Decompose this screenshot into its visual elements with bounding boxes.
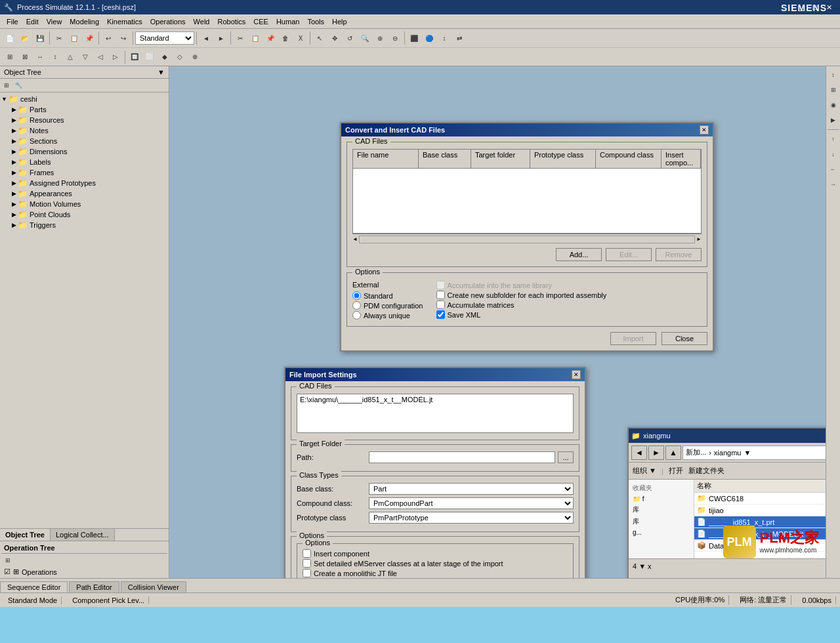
menu-cee[interactable]: CEE: [249, 16, 272, 27]
fb-forward-btn[interactable]: ►: [648, 446, 664, 460]
rtb-btn2[interactable]: ⊞: [826, 83, 841, 97]
tree-tb-btn2[interactable]: 🔧: [13, 80, 24, 91]
fb-back-btn[interactable]: ◄: [631, 446, 647, 460]
op-tree-tb-btn1[interactable]: ⊞: [3, 555, 13, 566]
tree-root[interactable]: ▼ 📁 ceshi: [1, 94, 167, 104]
tab-collision-viewer[interactable]: Collision Viewer: [121, 581, 186, 592]
tree-item-notes[interactable]: ▶ 📁 Notes: [1, 125, 167, 136]
menu-modeling[interactable]: Modeling: [66, 16, 103, 27]
motion-expand[interactable]: ▶: [12, 201, 16, 207]
tb2-btn10[interactable]: ⬜: [142, 50, 157, 64]
menu-weld[interactable]: Weld: [190, 16, 214, 27]
tab-sequence-editor[interactable]: Sequence Editor: [0, 581, 68, 592]
chk-new-subfolder-input[interactable]: [436, 291, 445, 299]
tree-item-labels[interactable]: ▶ 📁 Labels: [1, 157, 167, 167]
tb-btn-c1[interactable]: ⬛: [407, 31, 421, 45]
fis-browse-btn[interactable]: ...: [558, 451, 574, 463]
rtb-btn6[interactable]: ↓: [826, 147, 841, 161]
rtb-btn1[interactable]: ↕: [826, 68, 841, 82]
tb-save[interactable]: 💾: [33, 31, 47, 45]
menu-human[interactable]: Human: [272, 16, 303, 27]
tb2-btn7[interactable]: ◁: [93, 50, 108, 64]
notes-expand[interactable]: ▶: [12, 127, 16, 134]
chk-accumulate-lib-input[interactable]: [436, 281, 445, 289]
radio-standard[interactable]: Standard: [352, 291, 423, 300]
rtb-btn8[interactable]: →: [826, 177, 841, 192]
import-button[interactable]: Import: [610, 332, 656, 345]
radio-unique[interactable]: Always unique: [352, 311, 423, 320]
tb-select[interactable]: ↖: [312, 31, 327, 45]
close-button-cad[interactable]: Close: [662, 332, 707, 345]
tb-zoom-in[interactable]: ⊕: [373, 31, 387, 45]
tb-open[interactable]: 📂: [18, 31, 32, 45]
proto-expand[interactable]: ▶: [12, 180, 16, 186]
tree-item-frames[interactable]: ▶ 📁 Frames: [1, 167, 167, 178]
fb-file-row-cwgc618[interactable]: 📁 CWGC618 2016/10/11 17:17: [694, 493, 826, 505]
tb-undo[interactable]: ↩: [101, 31, 116, 45]
chk-accumulate-matrices-input[interactable]: [436, 301, 445, 309]
edit-button[interactable]: Edit...: [606, 248, 652, 261]
fb-open-btn[interactable]: 打开: [669, 466, 683, 476]
fb-favorite-item-1[interactable]: 📁 f: [631, 494, 691, 504]
fis-compound-select[interactable]: PmCompoundPart: [369, 497, 574, 509]
tb-btn-b1[interactable]: ✂: [233, 31, 247, 45]
menu-help[interactable]: Help: [328, 16, 351, 27]
tb-btn-c3[interactable]: ↕: [437, 31, 452, 45]
labels-expand[interactable]: ▶: [12, 159, 16, 165]
chk-monolithic[interactable]: Create a monolithic JT file: [303, 569, 568, 577]
tb-btn-b5[interactable]: X: [293, 31, 308, 45]
rtb-btn4[interactable]: ▶: [826, 113, 841, 127]
menu-edit[interactable]: Edit: [22, 16, 43, 27]
tb-move[interactable]: ✥: [327, 31, 342, 45]
tree-item-clouds[interactable]: ▶ 📁 Point Clouds: [1, 209, 167, 220]
tb-cut[interactable]: ✂: [52, 31, 66, 45]
tb-btn-b3[interactable]: 📌: [263, 31, 278, 45]
radio-pdm-input[interactable]: [352, 301, 361, 310]
tree-item-sections[interactable]: ▶ 📁 Sections: [1, 136, 167, 146]
tb2-btn13[interactable]: ⊕: [188, 50, 202, 64]
frames-expand[interactable]: ▶: [12, 169, 16, 176]
tb-btn-b4[interactable]: 🗑: [278, 31, 293, 45]
tb2-btn5[interactable]: △: [63, 50, 77, 64]
scroll-right[interactable]: ►: [696, 236, 702, 242]
tb2-btn12[interactable]: ◇: [173, 50, 187, 64]
chk-set-detailed[interactable]: Set detailed eMServer classes at a later…: [303, 559, 568, 568]
tb-copy[interactable]: 📋: [67, 31, 81, 45]
chk-insert-component-input[interactable]: [303, 549, 311, 558]
tb2-btn8[interactable]: ▷: [108, 50, 123, 64]
tb-redo[interactable]: ↪: [116, 31, 131, 45]
fb-organize-btn[interactable]: 组织 ▼: [633, 466, 656, 476]
tb-new[interactable]: 📄: [3, 31, 17, 45]
tree-item-motion[interactable]: ▶ 📁 Motion Volumes: [1, 199, 167, 209]
tb-btn-b2[interactable]: 📋: [248, 31, 262, 45]
chk-save-xml[interactable]: Save XML: [436, 310, 607, 319]
radio-unique-input[interactable]: [352, 311, 361, 320]
scroll-left[interactable]: ◄: [352, 236, 358, 242]
root-expand[interactable]: ▼: [1, 96, 7, 102]
tb2-btn2[interactable]: ⊠: [18, 50, 32, 64]
radio-pdm[interactable]: PDM configuration: [352, 301, 423, 310]
scroll-track[interactable]: [359, 236, 695, 243]
op-tree-item-operations[interactable]: ☑ ⊞ Operations: [1, 567, 167, 577]
menu-robotics[interactable]: Robotics: [213, 16, 249, 27]
chk-monolithic-input[interactable]: [303, 569, 311, 577]
tb2-btn9[interactable]: 🔲: [127, 50, 142, 64]
fb-breadcrumb-arrow[interactable]: ▼: [744, 449, 751, 457]
fb-up-btn[interactable]: ▲: [665, 446, 681, 460]
cad-dialog-close[interactable]: ✕: [700, 125, 709, 135]
menu-tools[interactable]: Tools: [303, 16, 328, 27]
menu-operations[interactable]: Operations: [146, 16, 190, 27]
tab-logical[interactable]: Logical Collect...: [51, 529, 115, 541]
tree-item-triggers[interactable]: ▶ 📁 Triggers: [1, 220, 167, 230]
fis-path-input[interactable]: E:\temp: [369, 451, 555, 463]
parts-expand[interactable]: ▶: [12, 106, 16, 113]
tb2-btn3[interactable]: ↔: [33, 50, 47, 64]
resources-expand[interactable]: ▶: [12, 117, 16, 123]
chk-set-detailed-input[interactable]: [303, 559, 311, 568]
tb2-btn11[interactable]: ◆: [158, 50, 172, 64]
menu-kinematics[interactable]: Kinematics: [103, 16, 146, 27]
triggers-expand[interactable]: ▶: [12, 222, 16, 228]
tab-object-tree[interactable]: Object Tree: [0, 529, 51, 541]
fis-dialog-close[interactable]: ✕: [572, 370, 581, 379]
chk-new-subfolder[interactable]: Create new subfolder for each imported a…: [436, 291, 607, 299]
